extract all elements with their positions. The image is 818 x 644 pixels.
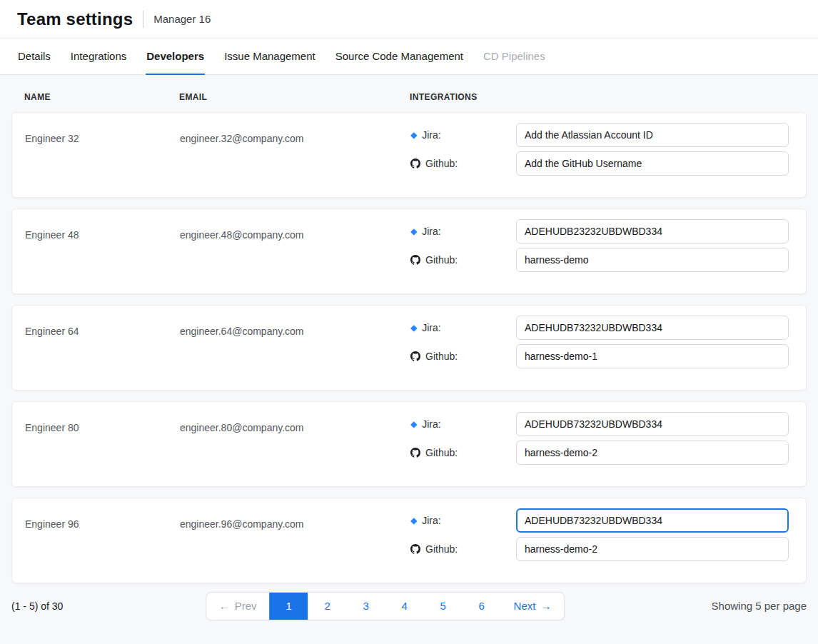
jira-label: ◆ Jira: bbox=[410, 226, 516, 237]
per-page-label: Showing 5 per page bbox=[712, 600, 807, 612]
jira-label-text: Jira: bbox=[422, 226, 440, 237]
github-icon bbox=[410, 159, 420, 168]
prev-button[interactable]: ← Prev bbox=[206, 593, 270, 620]
github-username-input[interactable] bbox=[516, 248, 789, 272]
column-headers: Name Email Integrations bbox=[11, 75, 807, 112]
jira-icon: ◆ bbox=[410, 227, 417, 236]
next-button[interactable]: Next → bbox=[501, 593, 565, 620]
jira-label: ◆ Jira: bbox=[410, 418, 516, 430]
github-username-input[interactable] bbox=[516, 344, 789, 368]
github-username-input[interactable] bbox=[516, 151, 789, 176]
jira-account-input[interactable] bbox=[516, 508, 789, 533]
github-label-text: Github: bbox=[425, 351, 458, 362]
github-icon bbox=[410, 351, 420, 361]
page-button-2[interactable]: 2 bbox=[308, 593, 347, 620]
next-label: Next bbox=[514, 600, 536, 612]
tab-source-code-management[interactable]: Source Code Management bbox=[335, 39, 464, 75]
page-button-1[interactable]: 1 bbox=[270, 593, 308, 620]
github-icon bbox=[410, 255, 420, 265]
jira-icon: ◆ bbox=[410, 323, 417, 332]
github-label: Github: bbox=[410, 158, 516, 169]
pagination-summary: (1 - 5) of 30 bbox=[11, 600, 63, 612]
github-label: Github: bbox=[410, 447, 516, 458]
integrations-cell: ◆ Jira: Github: bbox=[410, 412, 789, 476]
github-label-text: Github: bbox=[425, 254, 458, 266]
column-header-name: Name bbox=[24, 92, 179, 102]
jira-label: ◆ Jira: bbox=[410, 322, 516, 333]
column-header-integrations: Integrations bbox=[410, 92, 789, 102]
tab-cd-pipelines: CD Pipelines bbox=[483, 39, 546, 75]
jira-account-input[interactable] bbox=[516, 412, 789, 436]
github-label: Github: bbox=[410, 543, 516, 555]
github-username-input[interactable] bbox=[516, 441, 789, 465]
page-button-5[interactable]: 5 bbox=[424, 593, 463, 620]
page-subtitle: Manager 16 bbox=[143, 11, 211, 28]
jira-label: ◆ Jira: bbox=[410, 129, 516, 141]
jira-label-text: Jira: bbox=[422, 129, 440, 141]
github-username-input[interactable] bbox=[516, 537, 789, 561]
page-title: Team settings bbox=[17, 9, 133, 29]
jira-label-text: Jira: bbox=[422, 515, 440, 526]
github-integration-row: Github: bbox=[410, 248, 789, 272]
developer-email: engineer.32@company.com bbox=[180, 123, 410, 187]
developer-name: Engineer 32 bbox=[25, 123, 180, 187]
tab-bar: Details Integrations Developers Issue Ma… bbox=[0, 39, 818, 75]
left-arrow-icon: ← bbox=[219, 600, 230, 612]
integrations-cell: ◆ Jira: Github: bbox=[410, 219, 789, 283]
page-button-3[interactable]: 3 bbox=[347, 593, 385, 620]
github-integration-row: Github: bbox=[410, 151, 789, 176]
prev-label: Prev bbox=[235, 600, 257, 612]
developer-name: Engineer 64 bbox=[25, 316, 180, 380]
developer-row: Engineer 32 engineer.32@company.com ◆ Ji… bbox=[11, 112, 807, 198]
tab-issue-management[interactable]: Issue Management bbox=[223, 39, 316, 75]
github-icon bbox=[410, 448, 420, 458]
github-label-text: Github: bbox=[425, 158, 458, 169]
column-header-email: Email bbox=[179, 92, 410, 102]
right-arrow-icon: → bbox=[540, 600, 551, 612]
page-button-4[interactable]: 4 bbox=[385, 593, 424, 620]
page-button-6[interactable]: 6 bbox=[463, 593, 501, 620]
jira-account-input[interactable] bbox=[516, 316, 789, 340]
developer-email: engineer.80@company.com bbox=[180, 412, 410, 476]
integrations-cell: ◆ Jira: Github: bbox=[410, 316, 789, 380]
jira-integration-row: ◆ Jira: bbox=[410, 123, 789, 147]
developer-email: engineer.48@company.com bbox=[180, 219, 410, 283]
developer-row: Engineer 48 engineer.48@company.com ◆ Ji… bbox=[11, 208, 807, 294]
jira-integration-row: ◆ Jira: bbox=[410, 412, 789, 436]
jira-integration-row: ◆ Jira: bbox=[410, 508, 789, 533]
jira-account-input[interactable] bbox=[516, 123, 789, 147]
developer-email: engineer.64@company.com bbox=[180, 316, 410, 380]
integrations-cell: ◆ Jira: Github: bbox=[410, 123, 789, 187]
jira-label-text: Jira: bbox=[422, 418, 440, 430]
github-integration-row: Github: bbox=[410, 344, 789, 368]
jira-integration-row: ◆ Jira: bbox=[410, 316, 789, 340]
pager-control: ← Prev 1 2 3 4 5 6 Next → bbox=[206, 592, 565, 620]
developer-name: Engineer 96 bbox=[25, 508, 180, 573]
page-header: Team settings Manager 16 bbox=[0, 0, 818, 39]
github-label: Github: bbox=[410, 254, 516, 266]
jira-integration-row: ◆ Jira: bbox=[410, 219, 789, 243]
github-integration-row: Github: bbox=[410, 537, 789, 561]
developers-panel: Name Email Integrations Engineer 32 engi… bbox=[0, 75, 818, 629]
jira-icon: ◆ bbox=[410, 420, 417, 428]
tab-details[interactable]: Details bbox=[17, 39, 51, 75]
developer-row: Engineer 96 engineer.96@company.com ◆ Ji… bbox=[11, 498, 807, 583]
jira-icon: ◆ bbox=[410, 131, 417, 139]
developer-name: Engineer 48 bbox=[25, 219, 180, 283]
jira-account-input[interactable] bbox=[516, 219, 789, 243]
github-icon bbox=[410, 544, 420, 554]
tab-integrations[interactable]: Integrations bbox=[70, 39, 127, 75]
github-label-text: Github: bbox=[425, 543, 458, 555]
tab-developers[interactable]: Developers bbox=[146, 39, 205, 75]
developer-email: engineer.96@company.com bbox=[180, 508, 410, 573]
jira-icon: ◆ bbox=[410, 516, 417, 525]
integrations-cell: ◆ Jira: Github: bbox=[410, 508, 789, 573]
github-label-text: Github: bbox=[425, 447, 458, 458]
github-label: Github: bbox=[410, 351, 516, 362]
jira-label-text: Jira: bbox=[422, 322, 440, 333]
developer-row: Engineer 80 engineer.80@company.com ◆ Ji… bbox=[11, 401, 807, 487]
pagination-bar: (1 - 5) of 30 ← Prev 1 2 3 4 5 6 Next → … bbox=[11, 594, 807, 629]
jira-label: ◆ Jira: bbox=[410, 515, 516, 526]
developer-name: Engineer 80 bbox=[25, 412, 180, 476]
github-integration-row: Github: bbox=[410, 441, 789, 465]
